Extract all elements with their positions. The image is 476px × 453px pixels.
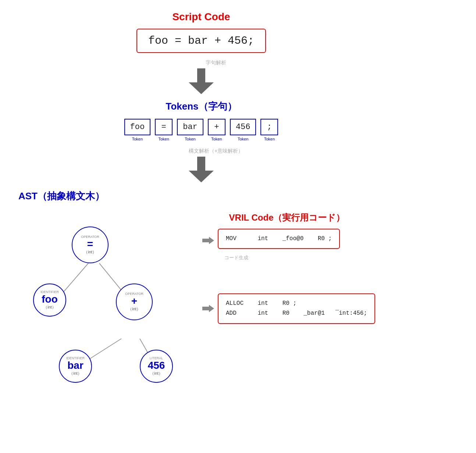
ast-plus-sub: （int） (128, 306, 141, 311)
ast-456-main: 456 (148, 360, 165, 371)
tokens-row: foo Token = Token bar Token + Token 456 … (124, 119, 278, 141)
arrow-shaft-bottom (202, 307, 209, 310)
token-foo: foo Token (124, 119, 151, 141)
token-eq: = Token (155, 119, 173, 141)
token-456-value: 456 (230, 119, 256, 135)
ast-node-foo: IDENTIFIER foo （int） (33, 283, 66, 317)
vril-bottom-row: ALLOC int R0 ; ADD int R0 _bar@1 ¯int:45… (199, 293, 375, 324)
ast-bar-main: bar (67, 360, 84, 371)
vril-code-bottom: ALLOC int R0 ; ADD int R0 _bar@1 ¯int:45… (218, 293, 375, 324)
page-container: Script Code foo = bar + 456; 字句解析 Tokens… (0, 0, 402, 412)
token-bar-value: bar (177, 119, 203, 135)
arrow-head-top (209, 237, 214, 244)
code-gen-label: コード生成 (224, 255, 248, 260)
ast-node-456: LITERAL 456 （int） (140, 350, 173, 383)
token-plus-value: + (208, 119, 225, 135)
arrow-head-bottom (209, 305, 214, 312)
arrow-head-2 (189, 171, 214, 182)
token-semi: ; Token (260, 119, 278, 141)
token-foo-value: foo (124, 119, 151, 135)
ast-node-plus: OPERATOR + （int） (116, 283, 153, 320)
tokens-title: Tokens（字句） (166, 100, 237, 113)
vril-top-row: MOV int _foo@0 R0 ; (199, 229, 375, 252)
vril-section: VRIL Code（実行用コード） MOV int _foo@0 R0 ; コー… (199, 190, 375, 324)
token-bar: bar Token (177, 119, 203, 141)
token-bar-label: Token (185, 137, 195, 141)
arrow-shaft-1 (197, 68, 205, 82)
ast-node-root: OPERATOR = （int） (72, 226, 109, 263)
token-plus: + Token (208, 119, 225, 141)
script-code-title: Script Code (172, 11, 230, 23)
arrow-to-vril-bottom (202, 305, 214, 312)
arrow-to-ast: 構文解析（+意味解析） (159, 148, 243, 182)
arrow-to-tokens: 字句解析 (176, 60, 226, 94)
ast-foo-main: foo (42, 294, 58, 304)
ast-foo-sub: （int） (43, 304, 56, 310)
script-code-box: foo = bar + 456; (136, 29, 266, 53)
token-foo-label: Token (132, 137, 143, 141)
ast-node-bar: IDENTIFIER bar （int） (59, 350, 92, 383)
arrow-head-1 (189, 82, 214, 94)
ast-plus-main: + (131, 296, 137, 306)
token-semi-value: ; (260, 119, 278, 135)
ast-root-main: = (87, 239, 93, 249)
vril-code-top: MOV int _foo@0 R0 ; (218, 229, 340, 249)
parse-label: 構文解析（+意味解析） (189, 148, 243, 154)
token-456-label: Token (238, 137, 248, 141)
token-eq-value: = (155, 119, 173, 135)
ast-title: AST（抽象構文木） (18, 190, 195, 203)
token-semi-label: Token (264, 137, 275, 141)
token-456: 456 Token (230, 119, 256, 141)
token-eq-label: Token (159, 137, 169, 141)
vril-title: VRIL Code（実行用コード） (199, 212, 375, 224)
ast-root-sub: （int） (84, 249, 96, 254)
ast-tree: OPERATOR = （int） IDENTIFIER foo （int） OP… (18, 210, 195, 401)
lex-label: 字句解析 (206, 60, 226, 66)
token-plus-label: Token (211, 137, 222, 141)
arrow-shaft-top (202, 239, 209, 242)
ast-bar-sub: （int） (69, 371, 82, 376)
ast-456-sub: （int） (150, 371, 163, 376)
arrow-to-vril-top (202, 237, 214, 244)
arrow-shaft-2 (197, 157, 205, 171)
